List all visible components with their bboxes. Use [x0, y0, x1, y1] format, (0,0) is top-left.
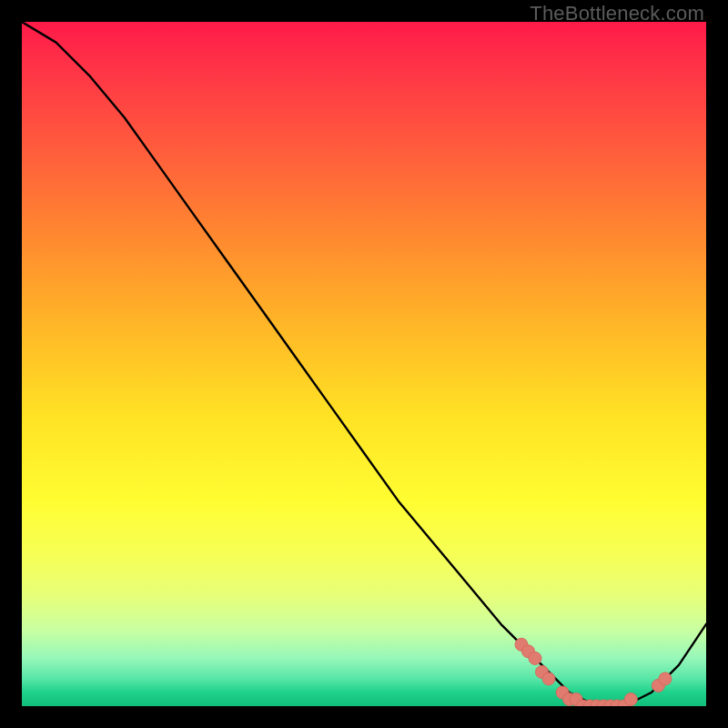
watermark-text: TheBottleneck.com: [530, 2, 704, 25]
plot-area: [22, 22, 706, 706]
data-point: [624, 693, 637, 706]
chart-frame: TheBottleneck.com: [0, 0, 728, 728]
chart-svg: [22, 22, 706, 706]
data-point: [659, 672, 672, 685]
data-point: [529, 652, 541, 664]
data-point: [542, 672, 555, 685]
curve-markers: [515, 638, 672, 706]
curve-line: [22, 22, 706, 706]
